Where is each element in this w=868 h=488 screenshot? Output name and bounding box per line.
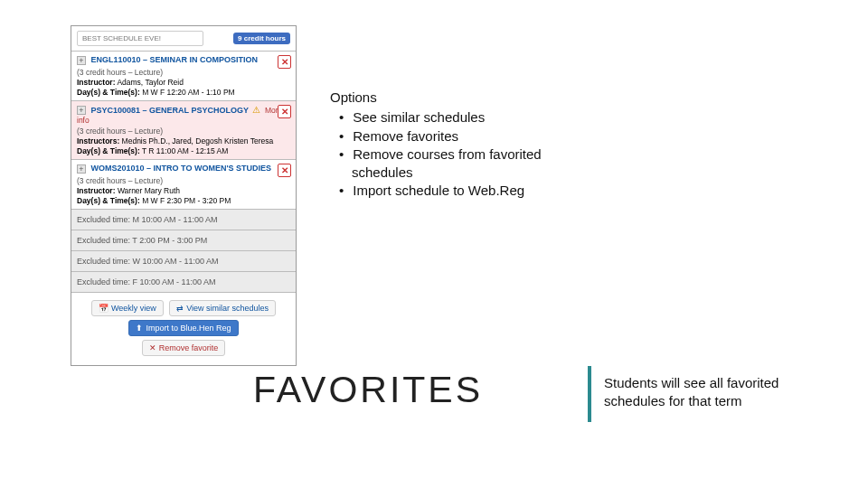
course-card: ✕ + WOMS201010 – INTRO TO WOMEN'S STUDIE… — [71, 160, 296, 210]
course-subtext: (3 credit hours – Lecture) — [77, 68, 290, 77]
instructor-label: Instructor: — [77, 186, 116, 195]
course-title-link[interactable]: PSYC100081 – GENERAL PSYCHOLOGY — [91, 106, 249, 115]
remove-course-button[interactable]: ✕ — [278, 55, 291, 69]
days-label: Day(s) & Time(s): — [77, 196, 140, 205]
import-label: Import to Blue.Hen Reg — [146, 324, 231, 333]
excluded-row: Excluded time: M 10:00 AM - 11:00 AM — [71, 210, 296, 230]
options-item: Import schedule to Web.Reg — [352, 182, 547, 200]
days-value: M W F 2:30 PM - 3:20 PM — [142, 196, 231, 205]
days-value: T R 11:00 AM - 12:15 AM — [142, 146, 228, 155]
days-label: Day(s) & Time(s): — [77, 146, 140, 155]
warning-icon: ⚠ — [252, 105, 260, 115]
course-card: ✕ + ENGL110010 – SEMINAR IN COMPOSITION … — [71, 52, 296, 101]
remove-course-button[interactable]: ✕ — [278, 105, 291, 118]
options-block: Options See similar schedules Remove fav… — [330, 89, 547, 201]
accent-divider — [588, 366, 591, 422]
excluded-row: Excluded time: F 10:00 AM - 11:00 AM — [71, 272, 296, 293]
import-button[interactable]: ⬆Import to Blue.Hen Reg — [128, 320, 238, 336]
schedule-panel: 9 credit hours ✕ + ENGL110010 – SEMINAR … — [71, 25, 297, 366]
caption-text: Students will see all favorited schedule… — [604, 374, 839, 411]
calendar-icon: 📅 — [99, 304, 108, 313]
remove-favorite-button[interactable]: ✕Remove favorite — [142, 340, 226, 356]
options-item: Remove courses from favorited schedules — [352, 145, 547, 183]
course-subtext: (3 credit hours – Lecture) — [77, 127, 290, 136]
options-item: See similar schedules — [352, 108, 547, 127]
course-title-link[interactable]: WOMS201010 – INTRO TO WOMEN'S STUDIES — [91, 164, 272, 173]
view-similar-button[interactable]: ⇄View similar schedules — [169, 300, 276, 316]
excluded-row: Excluded time: W 10:00 AM - 11:00 AM — [71, 251, 296, 272]
course-title-link[interactable]: ENGL110010 – SEMINAR IN COMPOSITION — [91, 55, 259, 64]
expand-icon[interactable]: + — [77, 106, 86, 115]
expand-icon[interactable]: + — [77, 164, 86, 174]
days-line: Day(s) & Time(s): M W F 12:20 AM - 1:10 … — [77, 88, 290, 97]
options-list: See similar schedules Remove favorites R… — [330, 108, 547, 200]
refresh-icon: ⇄ — [176, 304, 184, 313]
weekly-view-button[interactable]: 📅Weekly view — [91, 300, 164, 316]
days-line: Day(s) & Time(s): T R 11:00 AM - 12:15 A… — [77, 146, 290, 155]
instructor-label: Instructors: — [77, 136, 119, 145]
days-label: Day(s) & Time(s): — [77, 88, 140, 97]
weekly-view-label: Weekly view — [111, 304, 156, 313]
panel-footer: 📅Weekly view ⇄View similar schedules ⬆Im… — [71, 293, 296, 365]
instructor-line: Instructor: Warner Mary Ruth — [77, 186, 290, 195]
expand-icon[interactable]: + — [77, 56, 86, 65]
upload-icon: ⬆ — [136, 324, 143, 333]
course-subtext: (3 credit hours – Lecture) — [77, 176, 290, 185]
close-icon: ✕ — [149, 343, 156, 352]
days-line: Day(s) & Time(s): M W F 2:30 PM - 3:20 P… — [77, 196, 290, 205]
instructor-value: Adams, Taylor Reid — [117, 78, 184, 87]
excluded-row: Excluded time: T 2:00 PM - 3:00 PM — [71, 230, 296, 251]
options-item: Remove favorites — [352, 127, 547, 145]
credit-hours-badge: 9 credit hours — [233, 33, 290, 44]
instructor-value: Warner Mary Ruth — [118, 186, 180, 195]
options-heading: Options — [330, 89, 547, 107]
view-similar-label: View similar schedules — [186, 304, 269, 313]
instructor-value: Mednis Ph.D., Jared, Degosh Kristen Tere… — [122, 136, 274, 145]
remove-favorite-label: Remove favorite — [159, 343, 219, 352]
course-card: ✕ + PSYC100081 – GENERAL PSYCHOLOGY ⚠ Mo… — [71, 101, 296, 161]
schedule-name-input[interactable] — [77, 31, 203, 46]
days-value: M W F 12:20 AM - 1:10 PM — [142, 88, 235, 97]
slide-title: FAVORITES — [253, 369, 483, 411]
instructor-line: Instructor: Adams, Taylor Reid — [77, 78, 290, 87]
remove-course-button[interactable]: ✕ — [278, 164, 291, 177]
instructor-line: Instructors: Mednis Ph.D., Jared, Degosh… — [77, 136, 290, 145]
panel-header: 9 credit hours — [71, 26, 296, 52]
instructor-label: Instructor: — [77, 78, 116, 87]
